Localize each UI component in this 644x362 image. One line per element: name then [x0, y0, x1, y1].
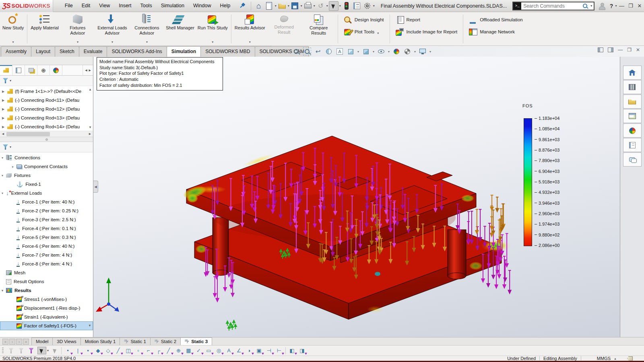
- prev-tab-button[interactable]: ‹: [9, 339, 15, 345]
- solid-body-tool[interactable]: ◇: [104, 347, 112, 354]
- menu-help[interactable]: Help: [216, 0, 235, 12]
- scroll-right-button[interactable]: ▶: [87, 132, 93, 136]
- trim-left-tool[interactable]: ⊣: [265, 347, 273, 354]
- tree-row[interactable]: ▶(-) Connecting Rod<12> (Defau: [0, 105, 93, 113]
- tab-assembly[interactable]: Assembly: [1, 46, 31, 57]
- expand-arrow-icon[interactable]: ▶: [2, 125, 7, 129]
- panel-tab-configurationmanager[interactable]: [25, 65, 37, 75]
- plane-tool[interactable]: ◫: [124, 347, 132, 354]
- panel-collapse-handle[interactable]: ◀: [93, 181, 98, 193]
- ribbon-shell-manager[interactable]: Shell Manager: [164, 13, 196, 45]
- study-tree-force-2[interactable]: ↓Force-2 (:Per item: 0.25 N:): [0, 206, 93, 215]
- study-tree-component-contacts[interactable]: ▸Component Contacts: [0, 162, 93, 171]
- home-button[interactable]: ⌂: [254, 1, 264, 11]
- display-style-button[interactable]: [362, 47, 370, 56]
- units-selector[interactable]: MMGS▲: [597, 356, 617, 361]
- annotation-tool[interactable]: A: [225, 347, 233, 354]
- ribbon-design-insight[interactable]: Design Insight: [344, 16, 384, 24]
- collapse-right-pane-icon[interactable]: [608, 47, 613, 52]
- zoom-to-fit-button[interactable]: [292, 47, 300, 56]
- tab-static-1[interactable]: Static 1: [120, 337, 150, 345]
- print-dropdown-caret[interactable]: ▾: [314, 4, 315, 8]
- ribbon-plot-tools[interactable]: Plot Tools▾: [344, 28, 384, 36]
- zoom-to-area-button[interactable]: [303, 47, 311, 56]
- slot-tool[interactable]: ▭: [205, 347, 213, 354]
- view-settings-button[interactable]: [419, 47, 427, 56]
- edge-tool[interactable]: ╱: [165, 347, 172, 354]
- view-orientation-button[interactable]: [347, 47, 355, 56]
- study-tree-force-4[interactable]: ↓Force-4 (:Per item: 0.1 N:): [0, 224, 93, 233]
- ribbon-results-advisor[interactable]: Results Advisor▾: [233, 13, 267, 45]
- study-tree-result-options[interactable]: Result Options: [0, 277, 93, 286]
- menu-view[interactable]: View: [95, 0, 114, 12]
- magnifier-tool[interactable]: ◎: [215, 347, 223, 354]
- doc-close-button[interactable]: ✕: [636, 47, 640, 53]
- next-tab-button[interactable]: ›: [16, 339, 22, 345]
- hide-show-items-button[interactable]: [377, 47, 385, 56]
- open-document-dropdown-caret[interactable]: ▾: [288, 4, 289, 8]
- scrollbar-thumb[interactable]: [6, 132, 50, 136]
- angle-tool[interactable]: ∠: [235, 347, 243, 354]
- study-tree-mesh[interactable]: Mesh: [0, 268, 93, 277]
- taskpane-custom-properties-button[interactable]: [623, 138, 642, 152]
- expand-arrow-icon[interactable]: ▶: [2, 116, 7, 120]
- search-commands-box[interactable]: >_ ▾: [512, 2, 594, 10]
- settings-button[interactable]: [363, 1, 372, 11]
- taskpane-appearances-button[interactable]: [623, 123, 642, 138]
- select-cursor[interactable]: [37, 347, 46, 354]
- tree-scroll-up[interactable]: ▲: [89, 88, 92, 91]
- ribbon-connections-advisor[interactable]: Connections Advisor▾: [130, 13, 164, 45]
- print-button[interactable]: [303, 1, 313, 11]
- tree-row[interactable]: ▶(-) Connecting Rod<14> (Defau: [0, 122, 93, 131]
- settings-dropdown-caret[interactable]: ▾: [373, 4, 375, 8]
- ribbon-fixtures-advisor[interactable]: Fixtures Advisor▾: [60, 13, 95, 45]
- taskpane-home-button[interactable]: [623, 66, 642, 80]
- study-tree-force-1[interactable]: ↓Force-1 (:Per item: 40 N:): [0, 197, 93, 206]
- undo-button[interactable]: ↺: [316, 1, 326, 11]
- apply-scene-dropdown-caret[interactable]: ▾: [414, 50, 416, 53]
- splitter-handle[interactable]: [45, 138, 48, 141]
- first-tab-button[interactable]: «: [2, 339, 8, 345]
- ribbon-report[interactable]: Report: [396, 16, 458, 24]
- panel-splitter[interactable]: [0, 137, 93, 142]
- study-tree-filter[interactable]: ▾: [0, 142, 93, 152]
- shading-tool[interactable]: ◑: [245, 347, 253, 354]
- axis-tool[interactable]: ╱: [114, 347, 122, 354]
- study-tree-force-3[interactable]: ↓Force-3 (:Per item: 2.5 N:): [0, 215, 93, 224]
- panel-tab-featuremanager[interactable]: [0, 65, 12, 75]
- restore-button[interactable]: ❐: [626, 3, 635, 9]
- panel-tool[interactable]: ▣: [255, 347, 263, 354]
- panel-tab-scroll-left[interactable]: ◀: [85, 69, 87, 72]
- scroll-left-button[interactable]: ◀: [0, 132, 6, 136]
- ribbon-external-loads-advisor[interactable]: External Loads Advisor▾: [95, 13, 130, 45]
- tab-solidworks-add-ins[interactable]: SOLIDWORKS Add-Ins: [107, 46, 167, 57]
- apply-scene-button[interactable]: [403, 47, 411, 56]
- last-tab-button[interactable]: »: [23, 339, 29, 345]
- ribbon-apply-material[interactable]: Apply Material: [29, 13, 60, 45]
- tab-evaluate[interactable]: Evaluate: [79, 46, 107, 57]
- corner-tool[interactable]: ⌐: [144, 347, 152, 354]
- save-dropdown-caret[interactable]: ▾: [301, 4, 302, 8]
- expand-arrow-icon[interactable]: ▾: [2, 174, 6, 177]
- study-tree-scroll-down[interactable]: ▼: [88, 324, 91, 327]
- pin-icon[interactable]: [239, 3, 244, 9]
- pane-b-tool[interactable]: ◨: [298, 347, 306, 354]
- graphics-viewport[interactable]: Model name:Final Assembly Without Electr…: [93, 57, 620, 337]
- line-tool[interactable]: |: [74, 347, 82, 354]
- expand-arrow-icon[interactable]: ▾: [2, 289, 6, 292]
- menu-insert[interactable]: Insert: [114, 0, 136, 12]
- filter-caret[interactable]: ▾: [10, 145, 11, 149]
- undo-dropdown-caret[interactable]: ▾: [326, 4, 328, 8]
- trim-right-tool[interactable]: ⊢: [275, 347, 283, 354]
- origin-tool[interactable]: ⊕: [175, 347, 182, 354]
- menu-simulation[interactable]: Simulation: [157, 0, 189, 12]
- study-tree-external-loads[interactable]: ▾↓External Loads: [0, 189, 93, 197]
- expand-arrow-icon[interactable]: ▶: [2, 99, 7, 102]
- study-tree-force-6[interactable]: ↓Force-6 (:Per item: 40 N:): [0, 242, 93, 251]
- expand-arrow-icon[interactable]: ▶: [2, 107, 7, 111]
- minimize-button[interactable]: —: [617, 3, 626, 9]
- menu-file[interactable]: File: [60, 0, 77, 12]
- options-list-button[interactable]: [352, 1, 362, 11]
- select-dropdown-caret[interactable]: ▾: [339, 4, 341, 8]
- filter-vertices[interactable]: [7, 347, 15, 354]
